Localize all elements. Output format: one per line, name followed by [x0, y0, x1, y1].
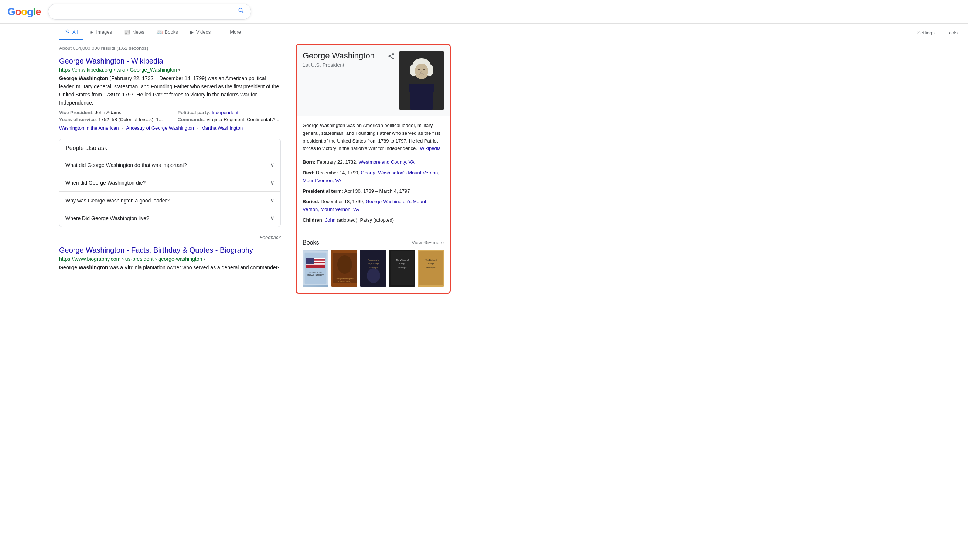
more-icon: ⋮: [222, 29, 227, 35]
paa-question-2: When did George Washington die?: [65, 180, 146, 186]
kp-name: George Washington: [303, 51, 383, 61]
kp-fact-born: Born: February 22, 1732, Westmoreland Co…: [303, 159, 444, 166]
tab-all[interactable]: All: [59, 25, 83, 40]
kp-died-link[interactable]: George Washington's Mount Vernon, Mount …: [303, 170, 439, 183]
svg-point-21: [337, 255, 352, 274]
tab-news[interactable]: 📰 News: [118, 25, 150, 40]
sub-link-3[interactable]: Martha Washington: [201, 125, 243, 131]
tab-images-label: Images: [96, 29, 112, 35]
chevron-down-icon-1: ∨: [270, 161, 275, 169]
svg-point-7: [423, 69, 425, 70]
tab-more[interactable]: ⋮ More: [217, 25, 247, 40]
result-2-snippet-text: was a Virginia plantation owner who serv…: [108, 265, 279, 270]
result-1-url-text: https://en.wikipedia.org › wiki › George…: [59, 67, 177, 73]
settings-link[interactable]: Settings: [915, 26, 938, 39]
kp-books-header: Books View 45+ more: [303, 239, 444, 246]
paa-item-4[interactable]: Where Did George Washington live? ∨: [60, 209, 280, 227]
search-input[interactable]: george washington: [54, 8, 237, 15]
meta-vp-value: John Adams: [95, 110, 121, 115]
kp-books-view-more[interactable]: View 45+ more: [411, 240, 444, 245]
kp-fact-buried: Buried: December 18, 1799, George Washin…: [303, 198, 444, 214]
meta-years: Years of service: 1752–58 (Colonial forc…: [59, 117, 162, 122]
svg-text:George Washington's: George Washington's: [336, 277, 353, 280]
paa-item-3[interactable]: Why was George Washington a good leader?…: [60, 191, 280, 209]
videos-icon: ▶: [190, 29, 194, 35]
paa-title: People also ask: [60, 139, 280, 156]
meta-commands: Commands: Virginia Regiment; Continental…: [177, 117, 280, 122]
svg-text:Rules for Civility: Rules for Civility: [338, 280, 351, 283]
nav-tabs: All ⊞ Images 📰 News 📖 Books ▶ Videos ⋮ M…: [0, 24, 968, 40]
kp-body: George Washington was an American politi…: [297, 116, 450, 233]
kp-portrait: [399, 51, 444, 110]
tab-books[interactable]: 📖 Books: [150, 25, 184, 40]
tab-videos-label: Videos: [196, 29, 211, 35]
dropdown-arrow-icon-2[interactable]: ▾: [204, 257, 206, 261]
meta-commands-value: Virginia Regiment; Continental Ar...: [206, 117, 280, 122]
svg-text:The Writings of: The Writings of: [396, 259, 409, 261]
meta-party-link[interactable]: Independent: [212, 110, 238, 115]
meta-party: Political party: Independent: [177, 110, 280, 115]
dropdown-arrow-icon[interactable]: ▾: [179, 68, 180, 72]
tab-images[interactable]: ⊞ Images: [83, 25, 118, 40]
result-2-url: https://www.biography.com › us-president…: [59, 256, 281, 262]
sub-link-2[interactable]: Ancestry of George Washington: [126, 125, 194, 131]
sub-links: Washington in the American · Ancestry of…: [59, 125, 281, 131]
meta-col-right: Political party: Independent Commands: V…: [177, 110, 280, 122]
kp-book-2[interactable]: George Washington's Rules for Civility: [332, 250, 357, 287]
share-icon[interactable]: [388, 53, 395, 62]
meta-info: Vice President: John Adams Years of serv…: [59, 110, 281, 122]
svg-text:FAREWELL ADDRESS: FAREWELL ADDRESS: [307, 275, 324, 276]
paa-item-2[interactable]: When did George Washington die? ∨: [60, 174, 280, 191]
svg-text:The Journal of: The Journal of: [368, 259, 380, 261]
kp-book-5[interactable]: The Diaries of George Washington: [418, 250, 444, 287]
svg-text:The Diaries of: The Diaries of: [425, 259, 437, 261]
tab-videos[interactable]: ▶ Videos: [184, 25, 217, 40]
chevron-down-icon-4: ∨: [270, 215, 275, 222]
google-logo: Google: [7, 6, 41, 18]
result-1-title[interactable]: George Washington - Wikipedia: [59, 57, 281, 65]
paa-item-1[interactable]: What did George Washington do that was i…: [60, 156, 280, 174]
meta-col-left: Vice President: John Adams Years of serv…: [59, 110, 162, 122]
images-icon: ⊞: [90, 29, 94, 35]
all-icon: [65, 29, 70, 35]
kp-title-block: George Washington 1st U.S. President: [303, 51, 383, 68]
left-column: About 804,000,000 results (1.62 seconds)…: [59, 44, 281, 294]
kp-children-link[interactable]: John: [325, 217, 335, 223]
paa-question-1: What did George Washington do that was i…: [65, 162, 187, 168]
kp-subtitle: 1st U.S. President: [303, 62, 383, 68]
tab-all-label: All: [73, 29, 78, 35]
kp-books-section: Books View 45+ more: [297, 233, 450, 293]
kp-book-4[interactable]: The Writings of George Washington: [389, 250, 415, 287]
feedback-label[interactable]: Feedback: [59, 235, 281, 240]
search-bar[interactable]: george washington: [48, 4, 251, 20]
tools-link[interactable]: Tools: [944, 26, 961, 39]
search-result-2: George Washington - Facts, Birthday & Qu…: [59, 246, 281, 272]
kp-fact-children: Children: John (adopted); Patsy (adopted…: [303, 217, 444, 224]
kp-content: George Washington 1st U.S. President: [297, 45, 450, 293]
svg-rect-9: [409, 84, 434, 92]
svg-text:Washington: Washington: [398, 266, 407, 268]
meta-vp: Vice President: John Adams: [59, 110, 162, 115]
tab-more-label: More: [230, 29, 241, 35]
search-result-1: George Washington - Wikipedia https://en…: [59, 57, 281, 131]
search-icon[interactable]: [237, 7, 245, 16]
kp-buried-link[interactable]: George Washington's Mount Vernon, Mount …: [303, 199, 426, 212]
svg-text:George: George: [428, 263, 434, 265]
kp-wikipedia-link[interactable]: Wikipedia: [420, 146, 441, 151]
result-2-title[interactable]: George Washington - Facts, Birthday & Qu…: [59, 246, 281, 255]
svg-text:Washington: Washington: [426, 266, 436, 268]
chevron-down-icon-2: ∨: [270, 179, 275, 186]
kp-born-link[interactable]: Westmoreland County, VA: [359, 159, 414, 165]
result-2-url-text: https://www.biography.com › us-president…: [59, 256, 202, 262]
result-1-url: https://en.wikipedia.org › wiki › George…: [59, 67, 281, 73]
kp-book-1[interactable]: WASHINGTON'S FAREWELL ADDRESS: [303, 250, 328, 287]
meta-years-value: 1752–58 (Colonial forces); 1...: [98, 117, 162, 122]
kp-book-3[interactable]: The Journal of Major George Washington: [360, 250, 386, 287]
main-layout: About 804,000,000 results (1.62 seconds)…: [0, 40, 968, 294]
knowledge-panel: George Washington 1st U.S. President: [295, 44, 451, 294]
tab-news-label: News: [132, 29, 144, 35]
sub-link-1[interactable]: Washington in the American: [59, 125, 119, 131]
header: Google george washington: [0, 0, 968, 24]
paa-question-4: Where Did George Washington live?: [65, 215, 149, 221]
svg-text:George: George: [399, 263, 406, 265]
